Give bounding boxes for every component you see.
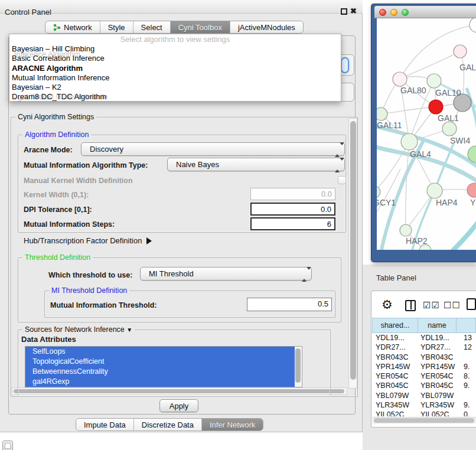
table-row[interactable]: YDR27...YDR27...12 — [372, 343, 476, 352]
node-label: GAL80 — [400, 86, 426, 95]
aracne-mode-value: Discovery — [90, 145, 123, 154]
attributes-scroll-thumb[interactable] — [295, 348, 301, 383]
tab-infer-network[interactable]: Infer Network — [202, 419, 263, 431]
checked-boxes-icon[interactable]: ☑☑ — [423, 300, 440, 311]
stepper-icon — [302, 270, 307, 279]
mi-type-select[interactable]: Naive Bayes — [167, 158, 345, 171]
network-node[interactable] — [393, 72, 407, 86]
manual-kernel-checkbox[interactable] — [338, 176, 346, 184]
node-label: GAL11 — [377, 120, 402, 130]
float-window-icon[interactable] — [341, 8, 347, 15]
bottom-tabbar: Impute Data Discretize Data Infer Networ… — [76, 418, 263, 431]
which-threshold-select[interactable]: MI Threshold — [140, 267, 312, 281]
collapse-arrow-icon[interactable]: ▼ — [126, 327, 132, 333]
mi-steps-field[interactable]: 6 — [250, 217, 335, 230]
tab-style[interactable]: Style — [100, 21, 133, 33]
close-icon[interactable]: ✖ — [350, 6, 357, 15]
node-label: HAP2 — [406, 236, 428, 246]
attribute-item[interactable]: BetweennessCentrality — [25, 367, 295, 377]
network-edge[interactable] — [452, 213, 476, 250]
kernel-width-field[interactable]: 0.0 — [250, 188, 335, 200]
table-row[interactable]: YBL079WYBL079W — [372, 391, 476, 400]
data-attributes-list[interactable]: SelfLoopsTopologicalCoefficientBetweenne… — [25, 346, 302, 387]
dpi-tolerance-label: DPI Tolerance [0,1]: — [24, 206, 92, 214]
network-node[interactable] — [377, 107, 387, 120]
attribute-item[interactable]: gal4RGexp — [25, 377, 295, 387]
cyni-settings-legend: Cyni Algorithm Settings — [15, 113, 96, 121]
tab-select[interactable]: Select — [133, 21, 171, 33]
tab-impute-data[interactable]: Impute Data — [76, 419, 134, 431]
new-table-icon[interactable] — [467, 298, 476, 310]
expand-arrow-icon — [146, 237, 152, 244]
network-node[interactable] — [442, 122, 457, 136]
network-node[interactable] — [429, 100, 443, 114]
algorithm-option[interactable]: ARACNE Algorithm — [9, 64, 341, 73]
tab-network[interactable]: Network — [45, 21, 100, 33]
table-row[interactable]: YBR043CYBR043C — [372, 353, 476, 362]
aracne-mode-label: Aracne Mode: — [24, 146, 73, 154]
table-cell-val — [457, 353, 476, 362]
table-row[interactable]: YDL19...YDL19...13 — [372, 333, 476, 343]
column-header-third[interactable] — [457, 318, 476, 333]
tab-discretize-data[interactable]: Discretize Data — [134, 419, 202, 431]
algorithm-option[interactable]: Mutual Information Inference — [9, 73, 341, 83]
network-window-titlebar[interactable] — [374, 6, 476, 18]
column-layout-icon[interactable] — [405, 300, 416, 311]
network-edge[interactable] — [377, 125, 476, 171]
algorithm-option[interactable]: Bayesian – K2 — [9, 83, 341, 92]
table-cell-name: YER054C — [418, 371, 457, 381]
tab-jactivemnodules[interactable]: jActiveMNodules — [230, 21, 303, 33]
node-label: Y — [470, 198, 476, 207]
network-node[interactable] — [454, 45, 467, 58]
network-node[interactable] — [427, 183, 442, 198]
close-traffic-light[interactable] — [379, 9, 386, 16]
gear-icon[interactable]: ⚙ — [382, 298, 393, 312]
table-cell-shared: YBL079W — [372, 391, 418, 400]
control-panel-tabbar: Network Style Select Cyni Toolbox jActiv… — [45, 21, 304, 34]
node-label: GAL2 — [459, 63, 476, 72]
which-threshold-value: MI Threshold — [149, 269, 194, 278]
dpi-tolerance-field[interactable]: 0.0 — [250, 203, 335, 216]
network-node[interactable] — [400, 224, 412, 236]
table-cell-shared: YBR045C — [372, 381, 418, 390]
column-header-name[interactable]: name — [418, 318, 457, 333]
mi-threshold-legend: MI Threshold Definition — [49, 286, 129, 295]
table-hscroll-thumb[interactable] — [374, 418, 474, 423]
table-cell-val: 9. — [457, 362, 476, 371]
mi-threshold-field[interactable]: 0.5 — [247, 298, 332, 311]
table-cell-name: YDR27... — [418, 343, 457, 352]
hub-definition-toggle[interactable]: Hub/Transcription Factor Definition — [24, 236, 152, 245]
network-node[interactable] — [470, 18, 476, 32]
network-node[interactable] — [467, 183, 476, 197]
attribute-item[interactable]: SelfLoops — [25, 347, 295, 357]
network-canvas[interactable]: GAL2GAL80GAL10GAL1GAL11SWI4GAL4GCY1HAP4Y… — [377, 18, 476, 250]
table-row[interactable]: YPR145WYPR145W9. — [372, 362, 476, 371]
apply-button[interactable]: Apply — [159, 399, 198, 412]
network-node[interactable] — [377, 186, 380, 198]
network-graph: GAL2GAL80GAL10GAL1GAL11SWI4GAL4GCY1HAP4Y… — [377, 18, 476, 250]
table-row[interactable]: YER054CYER054C8. — [372, 371, 476, 381]
aracne-mode-select[interactable]: Discovery — [81, 142, 345, 156]
settings-vscroll-thumb[interactable] — [350, 121, 356, 380]
stepper-icon — [335, 145, 340, 154]
zoom-traffic-light[interactable] — [402, 9, 409, 16]
unchecked-boxes-icon[interactable]: ☐☐ — [444, 300, 461, 311]
network-node[interactable] — [401, 133, 418, 150]
attribute-item[interactable]: TopologicalCoefficient — [25, 357, 295, 367]
panel-corner-icon[interactable] — [2, 441, 13, 450]
attributes-scrollbar[interactable] — [295, 347, 301, 386]
tab-cyni-toolbox[interactable]: Cyni Toolbox — [171, 21, 230, 33]
node-label: GAL4 — [410, 149, 431, 159]
table-row[interactable]: YLR345WYLR345W9. — [372, 400, 476, 410]
mi-type-value: Naive Bayes — [176, 160, 219, 169]
table-row[interactable]: YBR045CYBR045C9. — [372, 381, 476, 390]
network-edge[interactable] — [381, 107, 436, 114]
column-header-shared[interactable]: shared... — [372, 318, 418, 333]
network-node[interactable] — [427, 74, 441, 88]
control-panel-title: Control Panel — [5, 8, 51, 17]
node-label: GAL1 — [438, 113, 459, 123]
settings-vertical-scrollbar[interactable] — [348, 118, 357, 389]
minimize-traffic-light[interactable] — [390, 9, 397, 16]
table-cell-val: 13 — [457, 333, 476, 343]
table-row[interactable]: YIL052CYIL052C0. — [372, 410, 476, 416]
